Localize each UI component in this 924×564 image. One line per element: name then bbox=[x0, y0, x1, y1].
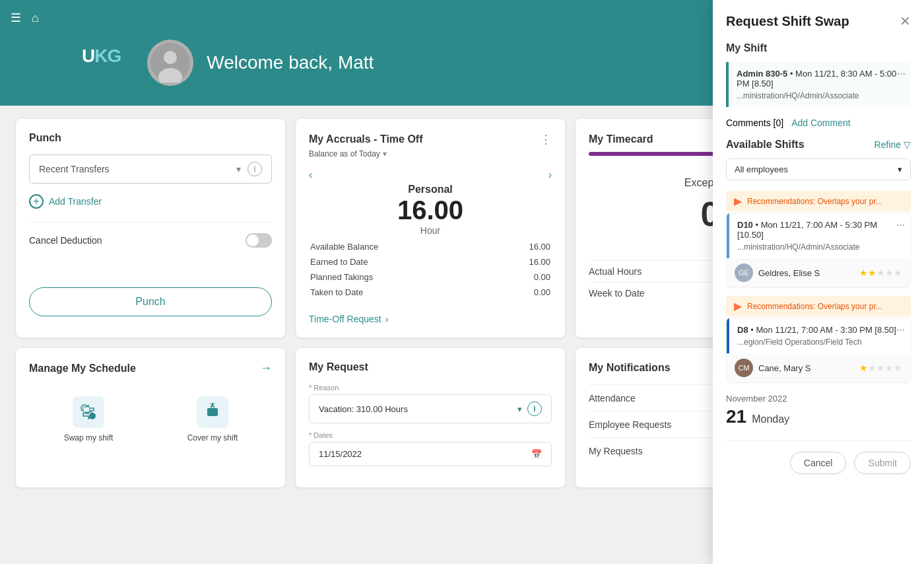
my-shift-heading: My Shift bbox=[726, 42, 911, 54]
svg-point-4 bbox=[89, 413, 96, 419]
shift1-more-icon[interactable]: ⋯ bbox=[896, 220, 905, 230]
plus-icon: + bbox=[29, 194, 44, 209]
panel-footer: Cancel Submit bbox=[726, 441, 911, 474]
time-off-link[interactable]: Time-Off Request › bbox=[309, 314, 552, 324]
my-shift-card: Admin 830-5 • Mon 11/21, 8:30 AM - 5:00 … bbox=[726, 62, 911, 107]
info-icon[interactable]: i bbox=[248, 162, 262, 176]
manage-arrow-icon[interactable]: → bbox=[260, 361, 272, 375]
date-weekday: Monday bbox=[752, 413, 789, 425]
shift2-schedule: Mon 11/21, 7:00 AM - 3:30 PM [8.50] bbox=[756, 325, 896, 335]
swap-shift-action[interactable]: Swap my shift bbox=[29, 388, 148, 450]
filter-icon: ▽ bbox=[904, 139, 911, 150]
shift-swap-panel: Request Shift Swap ✕ My Shift Admin 830-… bbox=[713, 0, 924, 501]
attendance-label: Attendance bbox=[589, 393, 636, 404]
cover-shift-action[interactable]: Cover my shift bbox=[153, 388, 272, 450]
rec-text-2: Recommendations: Overlaps your pr... bbox=[747, 302, 882, 311]
calendar-icon: 📅 bbox=[531, 449, 542, 459]
available-shift-card-2: D8 • Mon 11/21, 7:00 AM - 3:30 PM [8.50]… bbox=[726, 318, 911, 383]
cover-shift-label: Cover my shift bbox=[187, 433, 238, 442]
date-month: November 2022 bbox=[726, 394, 911, 404]
add-transfer-button[interactable]: + Add Transfer bbox=[29, 194, 272, 209]
welcome-text: Welcome back, Matt bbox=[207, 52, 374, 73]
shift1-location: ...ministration/HQ/Admin/Associate bbox=[737, 242, 902, 252]
add-comment-button[interactable]: Add Comment bbox=[791, 118, 850, 128]
punch-card: Punch Recent Transfers ▾ i + Add Transfe… bbox=[16, 119, 285, 337]
refine-button[interactable]: Refine ▽ bbox=[874, 139, 911, 150]
accruals-title: My Accruals - Time Off bbox=[309, 133, 423, 145]
warning-icon: ▶ bbox=[734, 195, 742, 207]
employee-row-1: GE Geldres, Elise S ★★★★★ bbox=[727, 258, 910, 287]
dates-input[interactable]: 11/15/2022 📅 bbox=[309, 442, 552, 466]
accruals-card: My Accruals - Time Off ⋮ Balance as of T… bbox=[296, 119, 565, 337]
accrual-unit: Hour bbox=[309, 225, 552, 236]
accruals-header: My Accruals - Time Off ⋮ bbox=[309, 132, 552, 147]
emp-stars-2: ★★★★★ bbox=[859, 363, 902, 373]
punch-card-title: Punch bbox=[29, 132, 272, 144]
arrow-right-icon: › bbox=[385, 314, 389, 324]
dates-group: * Dates 11/15/2022 📅 bbox=[309, 431, 552, 466]
transfer-placeholder: Recent Transfers bbox=[39, 164, 110, 174]
notifications-title: My Notifications bbox=[589, 362, 671, 374]
accrual-row: Taken to Date0.00 bbox=[310, 285, 550, 299]
transfer-select[interactable]: Recent Transfers ▾ i bbox=[29, 155, 272, 184]
panel-header: Request Shift Swap ✕ bbox=[726, 13, 911, 29]
comments-row: Comments [0] Add Comment bbox=[726, 118, 911, 128]
home-icon[interactable]: ⌂ bbox=[32, 11, 39, 25]
shift-more-icon[interactable]: ⋯ bbox=[897, 69, 906, 79]
accrual-hours: Personal 16.00 Hour bbox=[309, 184, 552, 236]
date-section: November 2022 21 Monday bbox=[726, 394, 911, 427]
shift1-name: D10 bbox=[737, 220, 753, 230]
available-shifts-heading: Available Shifts bbox=[726, 139, 805, 151]
next-accrual-button[interactable]: › bbox=[548, 169, 552, 181]
swap-shift-label: Swap my shift bbox=[64, 433, 114, 442]
cancel-deduction-toggle[interactable] bbox=[246, 233, 272, 248]
avatar bbox=[147, 40, 193, 86]
menu-icon[interactable]: ☰ bbox=[11, 11, 21, 25]
accrual-row: Available Balance16.00 bbox=[310, 240, 550, 254]
header-icons: ☰ ⌂ bbox=[11, 11, 39, 25]
date-day: 21 Monday bbox=[726, 406, 911, 427]
manage-title: Manage My Schedule bbox=[29, 363, 136, 374]
prev-accrual-button[interactable]: ‹ bbox=[309, 169, 312, 181]
comments-label: Comments [0] bbox=[726, 118, 783, 128]
punch-button[interactable]: Punch bbox=[29, 287, 272, 316]
reason-label: * Reason bbox=[309, 384, 552, 392]
dates-label: * Dates bbox=[309, 431, 552, 439]
recommendation-badge-1: ▶ Recommendations: Overlaps your pr... bbox=[726, 191, 911, 211]
balance-label: Balance as of Today ▾ bbox=[309, 149, 552, 159]
cancel-deduction-row: Cancel Deduction bbox=[29, 233, 272, 248]
shift2-name: D8 bbox=[737, 325, 748, 335]
employee-row-2: CM Cane, Mary S ★★★★★ bbox=[727, 353, 910, 382]
cancel-deduction-label: Cancel Deduction bbox=[29, 235, 102, 246]
reason-select-icons: ▾ i bbox=[517, 402, 542, 416]
transfer-select-icons: ▾ i bbox=[236, 162, 262, 176]
divider bbox=[29, 222, 272, 223]
shift-location: ...ministration/HQ/Admin/Associate bbox=[737, 91, 903, 100]
accruals-more-icon[interactable]: ⋮ bbox=[540, 132, 552, 147]
emp-avatar-1: GE bbox=[735, 264, 753, 282]
reason-select[interactable]: Vacation: 310.00 Hours ▾ i bbox=[309, 394, 552, 423]
reason-info-icon[interactable]: i bbox=[527, 402, 542, 416]
rec-text-1: Recommendations: Overlaps your pr... bbox=[747, 197, 882, 206]
close-button[interactable]: ✕ bbox=[900, 13, 911, 29]
emp-stars-1: ★★★★★ bbox=[859, 267, 902, 278]
svg-rect-6 bbox=[207, 408, 218, 416]
reason-value: Vacation: 310.00 Hours bbox=[319, 404, 408, 414]
shift-dot: • bbox=[790, 69, 795, 79]
ukg-logo: UKG bbox=[82, 46, 121, 67]
shift1-dot: • bbox=[755, 220, 760, 230]
swap-icon bbox=[73, 396, 104, 428]
manage-actions: Swap my shift Cover my shift bbox=[29, 388, 272, 450]
recommendation-badge-2: ▶ Recommendations: Overlaps your pr... bbox=[726, 296, 911, 316]
accrual-table: Available Balance16.00 Earned to Date16.… bbox=[309, 238, 552, 300]
shift2-more-icon[interactable]: ⋯ bbox=[896, 325, 905, 335]
employee-requests-label: Employee Requests bbox=[589, 419, 671, 430]
reason-group: * Reason Vacation: 310.00 Hours ▾ i bbox=[309, 384, 552, 423]
employee-filter-select[interactable]: All employees ▾ bbox=[726, 159, 911, 180]
shift-bar-1: D10 • Mon 11/21, 7:00 AM - 5:30 PM [10.5… bbox=[727, 213, 910, 258]
chevron-down-icon[interactable]: ▾ bbox=[236, 164, 241, 174]
cancel-button[interactable]: Cancel bbox=[790, 452, 847, 474]
submit-button[interactable]: Submit bbox=[854, 452, 911, 474]
shift-bar-2: D8 • Mon 11/21, 7:00 AM - 3:30 PM [8.50]… bbox=[727, 318, 910, 353]
dates-value: 11/15/2022 bbox=[319, 449, 362, 459]
